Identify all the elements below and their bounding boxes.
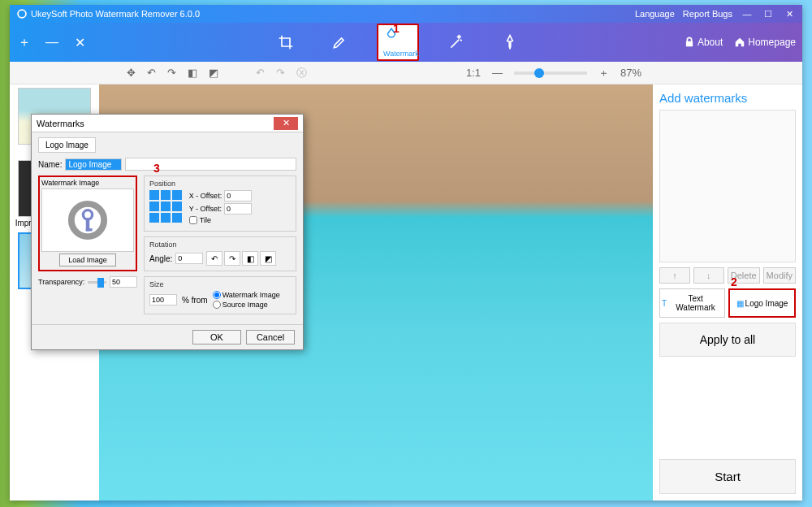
app-window: UkeySoft Photo Watermark Remover 6.0.0 L… [10, 5, 802, 500]
size-group: Size 100 % from Watermark Image Source I… [144, 276, 296, 314]
tile-label: Tile [200, 216, 211, 224]
move-up-button[interactable]: ↑ [659, 267, 690, 284]
app-logo-icon [16, 8, 28, 20]
y-offset-input[interactable]: 0 [224, 203, 252, 214]
logo-image-tab[interactable]: Logo Image [38, 137, 96, 153]
watermark-image-group: 3 Watermark Image Load Image [38, 176, 137, 271]
transparency-label: Transparency: [38, 278, 84, 286]
size-source-radio[interactable] [213, 301, 221, 309]
annotation-1: 1 [393, 22, 400, 35]
lock-icon [684, 37, 695, 48]
ok-button[interactable]: OK [192, 330, 241, 344]
edit-toolbar: ✥ ↶ ↷ ◧ ◩ ↶ ↷ ⓧ 1:1 — ＋ 87% [10, 62, 802, 84]
size-input[interactable]: 100 [149, 294, 177, 306]
size-watermark-radio[interactable] [213, 291, 221, 299]
panel-title: Add watermarks [659, 91, 796, 105]
maximize-button[interactable]: ☐ [762, 9, 775, 20]
rotate-cw-icon[interactable]: ↷ [224, 251, 240, 266]
watermark-tool-label: Watermark [383, 50, 419, 58]
x-offset-input[interactable]: 0 [224, 190, 252, 202]
name-label: Name: [38, 160, 62, 169]
wand-tool-icon[interactable] [440, 26, 473, 58]
main-toolbar: ＋ — ✕ Watermark 1 About Homepage [10, 23, 802, 62]
right-panel: Add watermarks ↑ ↓ Delete Modify TText W… [653, 84, 802, 500]
rotation-label: Rotation [149, 240, 291, 249]
zoom-in-icon[interactable]: ＋ [598, 66, 609, 80]
annotation-3: 3 [153, 162, 160, 175]
load-image-button[interactable]: Load Image [59, 254, 116, 266]
redo-icon[interactable]: ↷ [276, 67, 285, 79]
move-down-button[interactable]: ↓ [693, 267, 724, 284]
svg-point-1 [19, 11, 25, 17]
text-watermark-button[interactable]: TText Watermark [659, 288, 725, 318]
name-input[interactable] [65, 158, 122, 171]
watermark-preview [659, 110, 796, 262]
titlebar: UkeySoft Photo Watermark Remover 6.0.0 L… [10, 5, 802, 23]
brush-tool-icon[interactable] [323, 26, 356, 58]
home-icon [734, 37, 745, 48]
language-link[interactable]: Language [635, 9, 675, 19]
angle-input[interactable]: 0 [175, 253, 203, 264]
flip-v-icon[interactable]: ◩ [209, 67, 218, 79]
about-link[interactable]: About [684, 37, 723, 48]
add-icon[interactable]: ＋ [16, 34, 32, 50]
start-button[interactable]: Start [659, 459, 796, 494]
zoom-out-icon[interactable]: — [492, 67, 503, 79]
size-from-label: % from [182, 296, 208, 305]
zoom-ratio[interactable]: 1:1 [466, 67, 481, 79]
pin-tool-icon[interactable] [494, 26, 526, 58]
flip-v-btn-icon[interactable]: ◩ [260, 251, 276, 266]
apply-all-button[interactable]: Apply to all [659, 323, 796, 357]
clear-icon[interactable]: ✕ [71, 34, 88, 50]
dialog-titlebar[interactable]: Watermarks ✕ [32, 115, 303, 132]
close-button[interactable]: ✕ [783, 9, 796, 20]
rotate-left-icon[interactable]: ↶ [147, 67, 156, 79]
minimize-button[interactable]: — [741, 9, 754, 19]
position-group: Position X - Offset:0 Y - Offset:0 Tile [144, 176, 296, 232]
rotate-right-icon[interactable]: ↷ [167, 67, 176, 79]
cancel-button[interactable]: Cancel [246, 330, 295, 344]
flip-h-btn-icon[interactable]: ◧ [242, 251, 258, 266]
report-bugs-link[interactable]: Report Bugs [683, 9, 732, 19]
rotate-ccw-icon[interactable]: ↶ [206, 251, 222, 266]
app-title: UkeySoft Photo Watermark Remover 6.0.0 [31, 9, 635, 19]
position-grid[interactable] [149, 190, 182, 223]
undo-icon[interactable]: ↶ [256, 67, 265, 79]
watermarks-dialog: Watermarks ✕ Logo Image Name: 3 Watermar… [31, 114, 304, 350]
crop-tool-icon[interactable] [270, 26, 302, 58]
transparency-value[interactable]: 50 [110, 276, 137, 288]
move-icon[interactable]: ✥ [127, 67, 136, 79]
y-offset-label: Y - Offset: [189, 205, 222, 213]
size-label: Size [149, 280, 291, 288]
x-offset-label: X - Offset: [189, 192, 222, 200]
dialog-title-text: Watermarks [37, 119, 84, 128]
rotation-group: Rotation Angle: 0 ↶ ↷ ◧ ◩ [144, 236, 296, 271]
name-field-ext[interactable] [125, 158, 296, 171]
key-logo-icon [65, 197, 110, 243]
dialog-close-icon[interactable]: ✕ [274, 117, 298, 130]
annotation-2: 2 [731, 275, 737, 288]
homepage-link[interactable]: Homepage [734, 37, 796, 48]
svg-rect-5 [86, 228, 93, 231]
logo-image-button[interactable]: ▦Logo Image [728, 288, 796, 318]
angle-label: Angle: [149, 254, 172, 263]
modify-button[interactable]: Modify [763, 267, 796, 284]
reset-icon[interactable]: ⓧ [296, 66, 307, 80]
svg-point-3 [83, 210, 92, 219]
zoom-slider[interactable] [514, 72, 587, 75]
transparency-slider[interactable] [88, 281, 106, 284]
watermark-image-preview [41, 188, 134, 252]
tile-checkbox[interactable] [189, 216, 197, 224]
position-label: Position [149, 180, 291, 188]
watermark-image-label: Watermark Image [41, 179, 134, 187]
zoom-percent: 87% [620, 67, 641, 79]
remove-icon[interactable]: — [44, 34, 60, 50]
flip-h-icon[interactable]: ◧ [188, 67, 197, 79]
